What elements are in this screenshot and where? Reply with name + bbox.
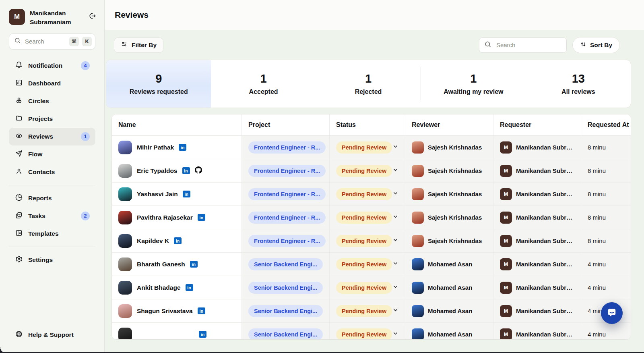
main-content: Reviews Filter By Sort By 9 Reviews requ…: [105, 0, 644, 353]
github-icon[interactable]: [195, 166, 202, 175]
status-pill[interactable]: Pending Review: [336, 165, 392, 177]
reviewer-avatar: [412, 235, 424, 247]
search-icon: [484, 41, 491, 50]
linkedin-icon[interactable]: in: [186, 284, 193, 291]
chevron-down-icon[interactable]: [392, 260, 398, 268]
window-corner: [0, 347, 6, 353]
stat-value: 1: [365, 72, 372, 85]
chevron-down-icon[interactable]: [392, 190, 398, 198]
project-pill[interactable]: Senior Backend Engi...: [248, 282, 323, 294]
sidebar-item-projects[interactable]: Projects: [9, 110, 95, 128]
table-row[interactable]: Eric Typaldos in Frontend Engineer - R..…: [112, 159, 631, 183]
stat-all-reviews[interactable]: 13 All reviews: [526, 60, 631, 108]
requester-name: Manikandan Subra...: [516, 191, 574, 197]
project-pill[interactable]: Frontend Engineer - R...: [248, 165, 326, 177]
avatar: [118, 164, 132, 178]
linkedin-icon[interactable]: in: [182, 167, 190, 174]
linkedin-icon[interactable]: in: [199, 331, 206, 338]
reviewer-cell: Mohamed Asan: [405, 253, 493, 276]
requester-avatar: M: [500, 282, 512, 294]
table-row[interactable]: Bharath Ganesh in Senior Backend Engi...…: [112, 253, 631, 276]
stat-reviews-requested[interactable]: 9 Reviews requested: [106, 60, 211, 108]
project-pill[interactable]: Senior Backend Engi...: [248, 258, 323, 270]
table-row[interactable]: Yashasvi Jain in Frontend Engineer - R..…: [112, 183, 631, 206]
linkedin-icon[interactable]: in: [198, 307, 205, 314]
sidebar-item-help-support[interactable]: Help & Support: [9, 330, 95, 353]
linkedin-icon[interactable]: in: [198, 214, 205, 221]
sidebar-item-contacts[interactable]: Contacts: [9, 163, 95, 181]
chevron-down-icon[interactable]: [392, 284, 398, 291]
project-pill[interactable]: Senior Backend Engi...: [248, 328, 323, 340]
status-pill[interactable]: Pending Review: [336, 188, 392, 200]
status-cell: Pending Review: [330, 206, 405, 229]
chevron-down-icon[interactable]: [392, 307, 398, 315]
sidebar-item-dashboard[interactable]: Dashboard: [9, 75, 95, 92]
sidebar-item-templates[interactable]: Templates: [9, 225, 95, 243]
requester-name: Manikandan Subra...: [516, 331, 574, 338]
chevron-down-icon[interactable]: [392, 237, 398, 245]
circles-icon: [15, 97, 23, 106]
status-pill[interactable]: Pending Review: [336, 141, 392, 154]
reviewer-cell: Sajesh Krishnadas: [405, 229, 493, 253]
table-search-input[interactable]: [495, 41, 561, 49]
name-cell: Pavithra Rajasekar in: [112, 206, 242, 229]
linkedin-icon[interactable]: in: [179, 144, 186, 151]
project-cell: Frontend Engineer - R...: [242, 183, 330, 206]
status-pill[interactable]: Pending Review: [336, 282, 392, 294]
linkedin-icon[interactable]: in: [174, 237, 182, 244]
sidebar-item-reports[interactable]: Reports: [9, 189, 95, 207]
pie-chart-icon: [15, 194, 23, 203]
table-row[interactable]: in Senior Backend Engi... Pending Review…: [112, 323, 631, 340]
logout-button[interactable]: [89, 12, 96, 21]
project-pill[interactable]: Frontend Engineer - R...: [248, 235, 326, 247]
sort-by-button[interactable]: Sort By: [572, 37, 620, 53]
stats-bar: 9 Reviews requested 1 Accepted 1 Rejecte…: [106, 60, 631, 108]
table-row[interactable]: Kapildev K in Frontend Engineer - R... P…: [112, 229, 631, 253]
sidebar-item-label: Reports: [28, 195, 52, 202]
table-row[interactable]: Mihir Pathak in Frontend Engineer - R...…: [112, 136, 631, 159]
project-pill[interactable]: Frontend Engineer - R...: [248, 188, 326, 200]
project-pill[interactable]: Senior Backend Engi...: [248, 305, 323, 317]
dashboard-icon: [15, 79, 23, 88]
reviews-table: Name Project Status Reviewer Requester R…: [111, 114, 631, 340]
chevron-down-icon[interactable]: [392, 214, 398, 221]
sidebar-nav: Notification 4 Dashboard Circles Project…: [0, 57, 104, 269]
stat-accepted[interactable]: 1 Accepted: [211, 60, 316, 108]
stat-awaiting-my-review[interactable]: 1 Awaiting my review: [421, 60, 526, 108]
stat-rejected[interactable]: 1 Rejected: [316, 60, 421, 108]
toolbar: Filter By Sort By: [105, 30, 644, 60]
avatar: [118, 304, 132, 318]
sidebar-item-label: Contacts: [28, 168, 55, 176]
sidebar-item-notification[interactable]: Notification 4: [9, 57, 95, 75]
status-pill[interactable]: Pending Review: [336, 235, 392, 247]
linkedin-icon[interactable]: in: [190, 261, 198, 268]
table-row[interactable]: Ankit Bhadage in Senior Backend Engi... …: [112, 276, 631, 299]
table-row[interactable]: Pavithra Rajasekar in Frontend Engineer …: [112, 206, 631, 229]
sidebar-item-circles[interactable]: Circles: [9, 92, 95, 110]
status-pill[interactable]: Pending Review: [336, 258, 392, 270]
reviewer-avatar: [412, 165, 424, 177]
sidebar-item-reviews[interactable]: Reviews 1: [9, 128, 95, 145]
reviewer-avatar: [412, 305, 424, 317]
chevron-down-icon[interactable]: [392, 330, 398, 338]
sidebar-item-tasks[interactable]: Tasks 2: [9, 207, 95, 225]
status-pill[interactable]: Pending Review: [336, 305, 392, 317]
contact-icon: [15, 168, 23, 176]
project-pill[interactable]: Frontend Engineer - R...: [248, 141, 326, 154]
linkedin-icon[interactable]: in: [183, 191, 190, 197]
table-row[interactable]: Shagun Srivastava in Senior Backend Engi…: [112, 299, 631, 323]
project-pill[interactable]: Frontend Engineer - R...: [248, 212, 326, 224]
sidebar-item-flow[interactable]: Flow: [9, 145, 95, 163]
avatar: [118, 141, 132, 154]
person-name: Eric Typaldos: [137, 167, 178, 174]
status-pill[interactable]: Pending Review: [336, 328, 392, 340]
avatar: [118, 187, 132, 201]
sidebar-item-settings[interactable]: Settings: [9, 251, 95, 269]
status-pill[interactable]: Pending Review: [336, 212, 392, 224]
reviewer-avatar: [412, 212, 424, 224]
sidebar-search-input[interactable]: [24, 37, 66, 45]
chevron-down-icon[interactable]: [392, 167, 398, 174]
chevron-down-icon[interactable]: [392, 143, 398, 151]
chat-launcher-button[interactable]: [601, 302, 623, 324]
filter-by-button[interactable]: Filter By: [114, 37, 163, 53]
